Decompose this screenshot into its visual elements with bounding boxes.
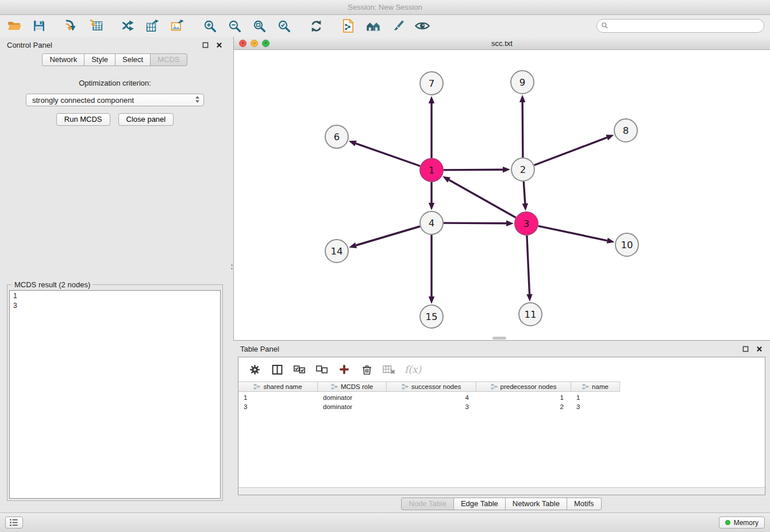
graph-node-1[interactable]: 1 [420, 159, 443, 182]
deselect-all-icon[interactable] [315, 362, 329, 377]
tab-motifs[interactable]: Motifs [567, 498, 602, 510]
criterion-select[interactable]: strongly connected component [26, 94, 204, 106]
export-image-icon[interactable] [169, 17, 186, 34]
control-panel-title: Control Panel [7, 41, 52, 49]
window-close-button[interactable]: × [239, 40, 247, 47]
network-overview-icon[interactable] [364, 17, 382, 34]
task-history-button[interactable] [5, 516, 23, 529]
edge-2-3[interactable] [522, 182, 528, 211]
mcds-result-box[interactable]: 1 3 [9, 290, 221, 499]
open-folder-icon[interactable] [6, 17, 23, 34]
table-rows: 1dominator4113dominator323 [238, 392, 765, 411]
toolbar-group [340, 17, 431, 34]
canvas-hscroll-thumb[interactable] [492, 337, 506, 340]
apply-style-icon[interactable] [389, 17, 406, 34]
save-icon[interactable] [30, 17, 48, 34]
tab-edge-table[interactable]: Edge Table [453, 498, 506, 510]
network-graph[interactable]: 7968124314101511 [234, 50, 770, 341]
panel-splitter[interactable] [230, 37, 233, 512]
svg-text:3: 3 [523, 218, 530, 229]
edge-4-15[interactable] [429, 235, 434, 304]
statusbar: Memory [0, 512, 770, 532]
zoom-in-icon[interactable] [201, 17, 218, 34]
column-header-shared-name[interactable]: shared name [238, 381, 318, 392]
search-input[interactable] [596, 19, 764, 33]
zoom-fit-icon[interactable] [251, 17, 268, 34]
float-table-panel-icon[interactable] [741, 345, 749, 353]
tab-node-table[interactable]: Node Table [401, 498, 454, 510]
add-column-icon[interactable] [337, 362, 351, 377]
edge-1-4[interactable] [429, 182, 434, 210]
run-mcds-button[interactable]: Run MCDS [56, 113, 110, 126]
edge-1-7[interactable] [429, 96, 434, 158]
toolbar-group [6, 17, 48, 34]
graph-node-6[interactable]: 6 [325, 125, 348, 148]
graph-node-2[interactable]: 2 [511, 158, 534, 181]
network-canvas[interactable]: 7968124314101511 [234, 50, 770, 340]
graph-node-3[interactable]: 3 [515, 212, 538, 235]
tab-style[interactable]: Style [84, 53, 116, 66]
table-cell-mcds-role: dominator [318, 394, 387, 401]
close-panel-icon[interactable] [215, 41, 223, 49]
column-header-name[interactable]: name [571, 381, 620, 392]
edge-2-8[interactable] [534, 135, 614, 165]
zoom-selected-icon[interactable] [275, 17, 292, 34]
memory-button[interactable]: Memory [719, 516, 765, 529]
column-header-successor-nodes[interactable]: successor nodes [387, 381, 476, 392]
graph-node-4[interactable]: 4 [420, 211, 443, 234]
import-network-icon[interactable] [63, 17, 80, 34]
column-icon[interactable] [270, 362, 284, 377]
right-column: ×−+ scc.txt 7968124314101511 Table Panel [233, 37, 770, 512]
edge-2-9[interactable] [519, 95, 525, 157]
network-window-titlebar: ×−+ scc.txt [234, 37, 770, 50]
table-cell-successor-nodes: 3 [387, 403, 476, 410]
table-cell-shared-name: 3 [238, 403, 318, 410]
tab-network-table[interactable]: Network Table [505, 498, 567, 510]
graph-node-7[interactable]: 7 [420, 72, 443, 95]
column-header-mcds-role[interactable]: MCDS role [318, 381, 387, 392]
graph-node-14[interactable]: 14 [325, 240, 348, 263]
import-table-icon[interactable] [87, 17, 105, 34]
new-network-icon[interactable] [120, 17, 137, 34]
edge-4-3[interactable] [444, 221, 514, 226]
delete-column-icon[interactable] [360, 362, 374, 377]
edge-4-14[interactable] [349, 226, 420, 248]
tab-network[interactable]: Network [42, 53, 84, 66]
table-hscroll[interactable] [238, 487, 765, 495]
mcds-result-group: MCDS result (2 nodes) 1 3 [7, 284, 223, 501]
control-panel: Control Panel NetworkStyleSelectMCDS Opt… [0, 37, 230, 512]
window-zoom-button[interactable]: + [262, 40, 270, 47]
float-panel-icon[interactable] [201, 41, 209, 49]
svg-text:6: 6 [334, 132, 340, 142]
close-table-panel-icon[interactable] [755, 345, 763, 353]
application-window: Session: New Session Control Panel Netwo… [0, 0, 770, 532]
close-panel-button[interactable]: Close panel [118, 113, 174, 126]
graph-node-15[interactable]: 15 [420, 305, 443, 328]
graph-node-10[interactable]: 10 [615, 233, 638, 256]
export-network-icon[interactable] [340, 17, 357, 34]
column-header-predecessor-nodes[interactable]: predecessor nodes [476, 381, 571, 392]
search-box [596, 19, 764, 33]
export-table-icon[interactable] [144, 17, 161, 34]
edge-1-6[interactable] [349, 141, 420, 166]
graph-node-8[interactable]: 8 [614, 119, 637, 142]
gear-icon[interactable] [248, 362, 261, 377]
table-cell-mcds-role: dominator [318, 403, 387, 410]
node-table: f(x) shared nameMCDS rolesuccessor nodes… [238, 357, 765, 495]
edge-1-2[interactable] [444, 167, 510, 172]
show-details-icon[interactable] [414, 17, 431, 34]
tab-select[interactable]: Select [115, 53, 151, 66]
window-minimize-button[interactable]: − [251, 40, 258, 47]
graph-node-9[interactable]: 9 [511, 71, 534, 94]
edge-3-10[interactable] [538, 226, 615, 244]
edge-3-11[interactable] [526, 236, 532, 302]
select-all-icon[interactable] [292, 362, 306, 377]
table-row[interactable]: 3dominator323 [238, 402, 765, 411]
graph-node-11[interactable]: 11 [519, 303, 542, 326]
refresh-icon[interactable] [307, 17, 325, 34]
table-row[interactable]: 1dominator411 [238, 393, 765, 402]
tab-mcds[interactable]: MCDS [150, 53, 187, 66]
edge-3-1[interactable] [442, 176, 516, 218]
control-panel-header: Control Panel [0, 37, 230, 53]
zoom-out-icon[interactable] [226, 17, 243, 34]
